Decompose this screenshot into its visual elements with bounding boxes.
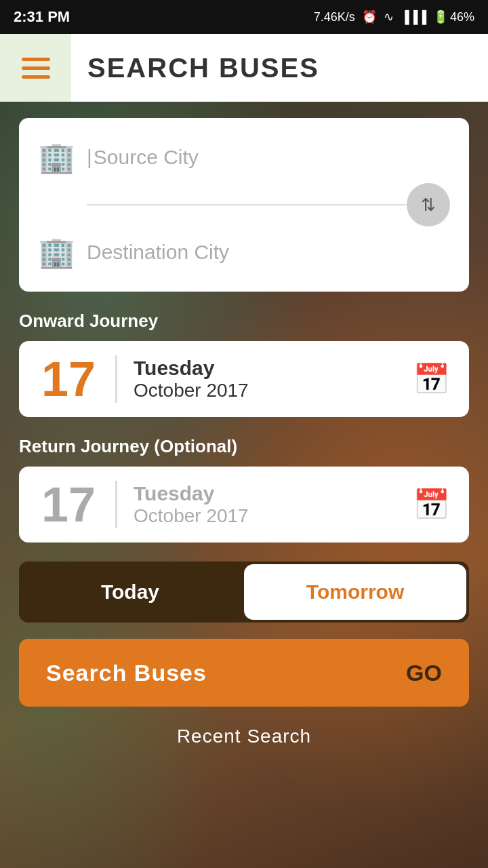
onward-calendar-icon[interactable]: 📅	[413, 361, 450, 397]
swap-cities-button[interactable]: ⇅	[407, 183, 450, 226]
date-toggle: Today Tomorrow	[19, 561, 469, 623]
return-month-year: October 2017	[134, 505, 413, 527]
onward-month-year: October 2017	[134, 380, 413, 401]
source-city-input[interactable]: Source City	[87, 146, 450, 169]
onward-journey-card[interactable]: 17 Tuesday October 2017 📅	[19, 341, 469, 417]
date-divider	[115, 355, 117, 403]
destination-city-icon: 🏢	[38, 235, 73, 270]
battery-icon: 🔋 46%	[433, 9, 474, 24]
return-journey-card[interactable]: 17 Tuesday October 2017 📅	[19, 467, 469, 542]
onward-date-info: Tuesday October 2017	[134, 357, 413, 401]
city-input-line	[87, 204, 428, 205]
return-journey-label: Return Journey (Optional)	[19, 436, 469, 457]
source-city-row: 🏢 Source City	[38, 134, 450, 180]
alarm-icon: ⏰	[362, 9, 377, 24]
go-label: GO	[406, 660, 442, 686]
status-right: 7.46K/s ⏰ ∿ ▐▐▐ 🔋 46%	[314, 9, 474, 24]
search-buses-label: Search Buses	[46, 660, 207, 686]
onward-journey-label: Onward Journey	[19, 311, 469, 332]
hamburger-icon	[22, 58, 50, 79]
swap-icon: ⇅	[421, 195, 436, 216]
today-button[interactable]: Today	[19, 561, 241, 623]
onward-day-number: 17	[38, 355, 99, 403]
wifi-icon: ∿	[384, 9, 394, 24]
network-speed: 7.46K/s	[314, 10, 355, 24]
return-day-name: Tuesday	[134, 482, 413, 505]
onward-day-name: Tuesday	[134, 357, 413, 380]
return-date-divider	[115, 481, 117, 528]
destination-city-row: 🏢 Destination City	[38, 229, 450, 275]
return-date-info: Tuesday October 2017	[134, 482, 413, 527]
tomorrow-button[interactable]: Tomorrow	[244, 564, 466, 620]
page-title: SEARCH BUSES	[71, 53, 319, 83]
recent-search[interactable]: Recent Search	[19, 726, 469, 747]
header: SEARCH BUSES	[0, 34, 488, 102]
source-city-icon: 🏢	[38, 140, 73, 175]
status-time: 2:31 PM	[14, 8, 70, 26]
return-calendar-icon[interactable]: 📅	[413, 487, 450, 522]
menu-button[interactable]	[0, 34, 71, 102]
status-bar: 2:31 PM 7.46K/s ⏰ ∿ ▐▐▐ 🔋 46%	[0, 0, 488, 34]
city-divider: ⇅	[38, 183, 450, 226]
return-day-number: 17	[38, 480, 99, 529]
destination-city-input[interactable]: Destination City	[87, 241, 450, 264]
main-content: 🏢 Source City ⇅ 🏢 Destination City Onwar…	[0, 102, 488, 764]
signal-icon: ▐▐▐	[401, 10, 426, 24]
search-buses-button[interactable]: Search Buses GO	[19, 639, 469, 707]
city-search-card: 🏢 Source City ⇅ 🏢 Destination City	[19, 118, 469, 292]
